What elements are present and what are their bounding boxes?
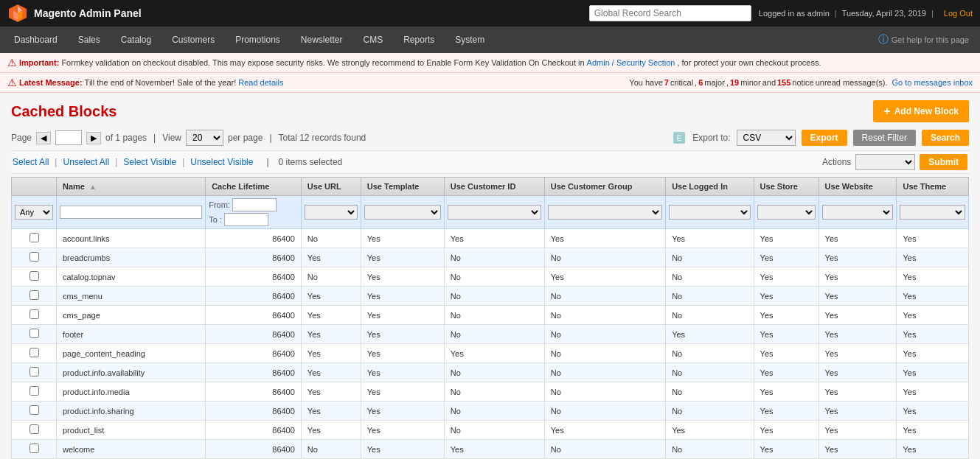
nav-item-reports[interactable]: Reports	[393, 27, 445, 53]
messages-inbox-link[interactable]: Go to messages inbox	[892, 78, 973, 87]
cell-use-template: Yes	[361, 402, 444, 421]
row-checkbox[interactable]	[29, 348, 39, 357]
use-theme-filter-select[interactable]: YesNo	[900, 205, 965, 220]
filter-row: Any Yes No From: To :	[12, 196, 969, 229]
add-new-block-button[interactable]: + Add New Block	[873, 100, 969, 122]
export-button[interactable]: Export	[802, 130, 847, 146]
actions-select[interactable]: Delete	[855, 154, 915, 170]
name-filter-input[interactable]	[60, 206, 202, 219]
use-website-filter-select[interactable]: YesNo	[822, 205, 894, 220]
use-store-filter-select[interactable]: YesNo	[757, 205, 816, 220]
cell-use-template: Yes	[361, 229, 444, 248]
use-logged-in-filter-select[interactable]: YesNo	[669, 205, 750, 220]
nav-item-system[interactable]: System	[445, 27, 495, 53]
nav-item-cms[interactable]: CMS	[353, 27, 394, 53]
row-checkbox[interactable]	[29, 329, 39, 338]
submit-button[interactable]: Submit	[920, 154, 967, 170]
cell-use-store: Yes	[754, 344, 819, 363]
nav-item-dashboard[interactable]: Dashboard	[4, 27, 68, 53]
nav-item-newsletter[interactable]: Newsletter	[291, 27, 353, 53]
cell-use-logged-in: No	[666, 287, 754, 306]
row-checkbox[interactable]	[29, 444, 39, 453]
col-header-use-store: Use Store	[754, 178, 819, 196]
svg-text:E: E	[677, 134, 682, 142]
table-row: cms_menu 86400 Yes Yes No No No Yes Yes …	[12, 287, 969, 306]
logout-link[interactable]: Log Out	[944, 9, 973, 18]
latest-message-left: ⚠ Latest Message: Till the end of Novemb…	[7, 77, 283, 88]
search-button[interactable]: Search	[922, 130, 969, 146]
unselect-visible-link[interactable]: Unselect Visible	[190, 157, 253, 167]
nav-item-catalog[interactable]: Catalog	[111, 27, 161, 53]
cell-use-url: No	[301, 229, 361, 248]
col-header-cache-lifetime: Cache Lifetime	[206, 178, 302, 196]
cell-cache-lifetime: 86400	[206, 306, 302, 325]
export-icon: E	[672, 130, 687, 145]
use-customer-id-filter-select[interactable]: YesNo	[448, 205, 541, 220]
cell-use-customer-id: No	[444, 402, 544, 421]
row-checkbox[interactable]	[29, 309, 39, 319]
cell-use-url: No	[301, 267, 361, 287]
read-details-link[interactable]: Read details	[238, 78, 283, 87]
cell-cache-lifetime: 86400	[206, 363, 302, 382]
table-body: account.links 86400 No Yes Yes Yes Yes Y…	[12, 229, 969, 459]
cell-cache-lifetime: 86400	[206, 229, 302, 248]
table-row: product.info.media 86400 Yes Yes No No N…	[12, 382, 969, 402]
col-header-use-customer-group: Use Customer Group	[544, 178, 665, 196]
row-checkbox[interactable]	[29, 233, 39, 242]
cell-use-logged-in: No	[666, 248, 754, 267]
alert-security-link[interactable]: Admin / Security Section	[587, 58, 675, 67]
cell-use-store: Yes	[754, 440, 819, 459]
nav-item-sales[interactable]: Sales	[68, 27, 111, 53]
row-checkbox[interactable]	[29, 290, 39, 300]
latest-message-text: Till the end of November! Sale of the ye…	[85, 78, 237, 87]
cache-from-input[interactable]	[232, 198, 277, 211]
col-header-use-template: Use Template	[361, 178, 444, 196]
unselect-all-link[interactable]: Unselect All	[63, 157, 109, 167]
row-checkbox[interactable]	[29, 405, 39, 415]
select-all-link[interactable]: Select All	[13, 157, 49, 167]
view-label: View	[162, 133, 181, 143]
cell-use-logged-in: Yes	[666, 421, 754, 440]
cell-name: footer	[57, 325, 206, 344]
row-checkbox[interactable]	[29, 424, 39, 434]
next-page-button[interactable]: ▶	[86, 132, 101, 144]
logo-area: Magento Admin Panel	[7, 3, 142, 24]
use-customer-group-filter-select[interactable]: YesNo	[548, 205, 662, 220]
use-url-filter-select[interactable]: YesNo	[305, 205, 358, 220]
cell-use-theme: Yes	[897, 344, 969, 363]
row-checkbox[interactable]	[29, 386, 39, 396]
per-page-select[interactable]: 20 50 100 200	[186, 130, 223, 146]
nav-item-promotions[interactable]: Promotions	[225, 27, 291, 53]
cell-cache-lifetime: 86400	[206, 287, 302, 306]
cell-use-store: Yes	[754, 248, 819, 267]
prev-page-button[interactable]: ◀	[36, 132, 51, 144]
cell-use-theme: Yes	[897, 287, 969, 306]
cell-use-logged-in: No	[666, 402, 754, 421]
cell-use-url: Yes	[301, 363, 361, 382]
cell-name: page_content_heading	[57, 344, 206, 363]
latest-message-icon: ⚠	[7, 77, 17, 88]
use-template-filter-select[interactable]: YesNo	[364, 205, 441, 220]
cell-name: product.info.media	[57, 382, 206, 402]
reset-filter-button[interactable]: Reset Filter	[853, 130, 916, 146]
row-checkbox[interactable]	[29, 252, 39, 262]
help-link[interactable]: ⓘ Get help for this page	[871, 33, 976, 46]
any-filter-select[interactable]: Any Yes No	[15, 205, 53, 220]
select-visible-link[interactable]: Select Visible	[123, 157, 176, 167]
cell-use-url: Yes	[301, 287, 361, 306]
row-checkbox[interactable]	[29, 367, 39, 376]
row-checkbox[interactable]	[29, 271, 39, 281]
cell-use-theme: Yes	[897, 402, 969, 421]
cell-use-website: Yes	[819, 440, 897, 459]
page-number-input[interactable]: 1	[55, 130, 82, 145]
cell-use-template: Yes	[361, 363, 444, 382]
col-header-name[interactable]: Name ▲	[57, 178, 206, 196]
cell-use-url: Yes	[301, 402, 361, 421]
nav-item-customers[interactable]: Customers	[161, 27, 225, 53]
global-search-input[interactable]	[589, 5, 751, 21]
cell-use-customer-id: Yes	[444, 440, 544, 459]
cell-cache-lifetime: 86400	[206, 248, 302, 267]
export-format-select[interactable]: CSV XML	[737, 130, 796, 146]
col-header-use-logged-in: Use Logged In	[666, 178, 754, 196]
cache-to-input[interactable]	[224, 213, 268, 226]
